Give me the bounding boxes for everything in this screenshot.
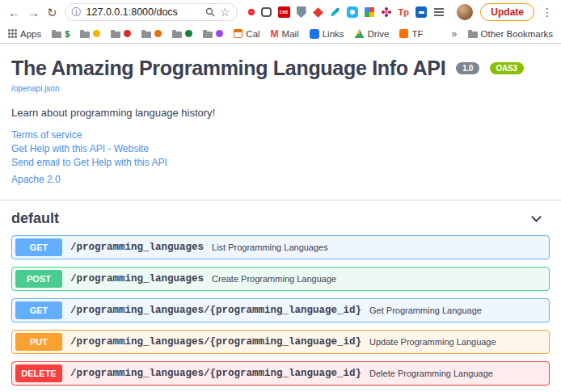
endpoint-row-put-update[interactable]: PUT /programming_languages/{programming_… xyxy=(11,330,550,354)
endpoint-row-post-create[interactable]: POST /programming_languages Create Progr… xyxy=(11,267,550,291)
diamond-extension-icon[interactable] xyxy=(313,7,323,18)
forward-icon[interactable]: → xyxy=(27,6,40,19)
folder-icon xyxy=(52,32,61,38)
shield-extension-icon[interactable] xyxy=(297,6,306,18)
bookmark-folder-1[interactable] xyxy=(80,29,100,38)
bookmark-label: $ xyxy=(65,29,70,39)
endpoint-row-get-list[interactable]: GET /programming_languages List Programm… xyxy=(11,235,550,259)
bookmark-cal[interactable]: Cal xyxy=(234,29,259,39)
bookmark-star-icon[interactable]: ☆ xyxy=(220,6,230,19)
endpoint-summary: Create Programming Language xyxy=(212,274,336,284)
bookmark-apps[interactable]: Apps xyxy=(8,29,41,39)
endpoint-path[interactable]: /programming_languages/{programming_lang… xyxy=(70,336,361,348)
drive-icon xyxy=(355,29,365,38)
chat-extension-icon[interactable] xyxy=(261,7,272,17)
bookmark-folder-3[interactable] xyxy=(141,29,162,38)
endpoint-summary: Get Programming Language xyxy=(369,306,482,315)
license-link[interactable]: Apache 2.0 xyxy=(11,174,550,185)
endpoint-list: GET /programming_languages List Programm… xyxy=(11,235,550,386)
folder-icon xyxy=(111,32,120,38)
emoji-icon xyxy=(185,30,192,37)
toolbar-right-cluster: Update ⋮ xyxy=(457,3,553,21)
bookmark-mail[interactable]: M Mail xyxy=(271,28,299,40)
bookmark-label: Mail xyxy=(282,29,299,39)
bookmark-label: Drive xyxy=(368,29,390,39)
page-info-icon[interactable]: ⓘ xyxy=(72,6,82,19)
bookmark-label: TF xyxy=(411,29,423,39)
folder-icon xyxy=(80,32,90,38)
endpoint-row-get-one[interactable]: GET /programming_languages/{programming_… xyxy=(11,298,550,322)
cbs-extension-icon[interactable]: CBS xyxy=(278,6,290,18)
page-title: The Amazing Programming Language Info AP… xyxy=(11,57,550,80)
opera-extension-icon[interactable] xyxy=(248,9,255,15)
apps-grid-icon xyxy=(8,29,17,38)
bookmark-links[interactable]: Links xyxy=(310,29,344,39)
folder-icon xyxy=(203,32,213,38)
list-extension-icon[interactable] xyxy=(434,8,444,10)
folder-icon xyxy=(141,32,151,38)
bookmark-drive[interactable]: Drive xyxy=(355,29,390,39)
update-button[interactable]: Update xyxy=(480,3,534,21)
profile-avatar[interactable] xyxy=(457,4,473,20)
bookmark-other-bookmarks[interactable]: Other Bookmarks xyxy=(468,29,553,39)
endpoint-path[interactable]: /programming_languages/{programming_lang… xyxy=(70,368,361,379)
terms-of-service-link[interactable]: Terms of service xyxy=(11,129,550,141)
method-badge: GET xyxy=(15,301,62,319)
api-description: Learn about programming language history… xyxy=(11,107,550,119)
back-icon[interactable]: ← xyxy=(8,6,20,19)
emoji-icon xyxy=(216,30,223,37)
bookmark-folder-2[interactable] xyxy=(111,29,131,38)
browser-menu-icon[interactable]: ⋮ xyxy=(542,6,553,19)
links-icon xyxy=(310,29,319,39)
endpoint-summary: Update Programming Language xyxy=(369,337,496,347)
bookmark-label: Apps xyxy=(20,29,41,39)
send-email-link[interactable]: Send email to Get Help with this API xyxy=(11,157,550,168)
bookmark-tf[interactable]: TF xyxy=(399,29,423,39)
endpoint-summary: Delete Programming Language xyxy=(369,369,493,378)
section-title: default xyxy=(11,210,59,227)
extensions-area: CBS Tp xyxy=(245,6,445,18)
bookmarks-bar: Apps $ Cal M Mail Links Drive T xyxy=(0,24,561,44)
calendar-icon xyxy=(234,29,243,38)
blue-app-extension-icon[interactable] xyxy=(415,6,427,18)
version-badge: 1.0 xyxy=(456,62,479,74)
method-badge: DELETE xyxy=(15,365,62,382)
swagger-ui: The Amazing Programming Language Info AP… xyxy=(0,44,561,386)
get-help-website-link[interactable]: Get Help with this API - Website xyxy=(11,143,550,154)
bookmark-label: Other Bookmarks xyxy=(481,29,553,39)
pixel-extension-icon[interactable] xyxy=(365,7,374,17)
endpoint-path[interactable]: /programming_languages xyxy=(70,273,204,285)
endpoint-path[interactable]: /programming_languages xyxy=(70,242,204,253)
address-bar[interactable]: ⓘ 127.0.0.1:8000/docs ☆ xyxy=(65,3,238,21)
emoji-icon xyxy=(93,30,100,37)
reload-icon[interactable]: ↻ xyxy=(47,6,57,19)
oas3-badge: OAS3 xyxy=(490,62,524,74)
folder-icon xyxy=(172,32,182,38)
bookmark-folder-4[interactable] xyxy=(172,29,192,38)
gmail-icon: M xyxy=(271,28,279,40)
bookmark-folder-dollar[interactable]: $ xyxy=(52,29,70,39)
endpoint-row-delete[interactable]: DELETE /programming_languages/{programmi… xyxy=(11,361,550,386)
endpoint-path[interactable]: /programming_languages/{programming_lang… xyxy=(70,305,361,316)
api-title-text: The Amazing Programming Language Info AP… xyxy=(11,57,445,79)
flower-extension-icon[interactable] xyxy=(385,11,388,14)
pen-extension-icon[interactable] xyxy=(330,7,340,17)
search-icon[interactable] xyxy=(205,7,215,17)
bookmark-folder-5[interactable] xyxy=(203,29,223,38)
folder-icon xyxy=(468,32,478,38)
tp-extension-icon[interactable]: Tp xyxy=(399,7,409,17)
browser-toolbar: ← → ↻ ⓘ 127.0.0.1:8000/docs ☆ CBS Tp Upd… xyxy=(0,0,561,24)
tf-icon xyxy=(399,29,408,38)
chevron-down-icon[interactable] xyxy=(531,212,542,222)
camera-extension-icon[interactable] xyxy=(347,6,358,18)
emoji-icon xyxy=(154,30,162,37)
openapi-json-link[interactable]: /openapi.json xyxy=(11,84,60,93)
endpoint-summary: List Programming Languages xyxy=(212,242,328,252)
emoji-icon xyxy=(124,30,131,37)
method-badge: PUT xyxy=(15,333,62,351)
url-text[interactable]: 127.0.0.1:8000/docs xyxy=(86,6,200,18)
bookmark-label: Cal xyxy=(246,29,259,39)
section-default-header[interactable]: default xyxy=(11,200,550,235)
method-badge: GET xyxy=(15,238,62,256)
bookmarks-overflow-icon[interactable]: » xyxy=(451,27,457,40)
